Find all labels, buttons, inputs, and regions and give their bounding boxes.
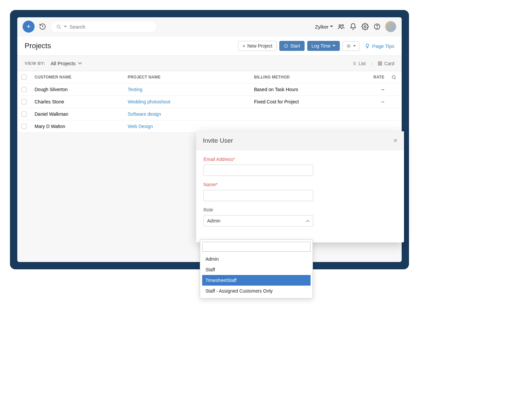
cell-billing: Based on Task Hours (254, 87, 347, 92)
view-toggle: List | Card (352, 61, 394, 66)
table-header: CUSTOMER NAME PROJECT NAME BILLING METHO… (17, 71, 402, 83)
search-input[interactable] (69, 24, 151, 30)
table-row[interactable]: Dough SilvertonTestingBased on Task Hour… (17, 83, 402, 96)
col-rate[interactable]: RATE (347, 75, 387, 79)
search-icon (56, 24, 61, 29)
cell-project-link[interactable]: Web Design (128, 124, 254, 129)
global-add-button[interactable]: + (23, 21, 35, 33)
cell-customer: Daniel Walkman (35, 111, 128, 117)
modal-header: Invite User × (196, 131, 404, 150)
svg-point-4 (364, 26, 366, 28)
svg-rect-18 (380, 64, 382, 65)
svg-line-1 (60, 28, 61, 29)
chevron-down-icon (330, 26, 333, 28)
role-dropdown-search[interactable] (202, 242, 311, 252)
viewbar: VIEW BY: All Projects List | Card (17, 56, 402, 71)
start-label: Start (290, 43, 300, 49)
view-card-label: Card (384, 61, 394, 66)
name-field[interactable] (203, 190, 313, 201)
view-card-button[interactable]: Card (378, 61, 394, 66)
role-option[interactable]: Admin (202, 254, 311, 264)
chevron-up-icon (306, 220, 310, 222)
row-checkbox[interactable] (21, 124, 27, 129)
page-title: Projects (25, 42, 51, 50)
new-project-button[interactable]: + New Project (238, 41, 277, 51)
cell-billing: Fixed Cost for Project (254, 99, 347, 104)
role-label: Role (203, 207, 397, 212)
log-time-button[interactable]: Log Time (307, 41, 340, 51)
divider: | (371, 61, 372, 66)
row-checkbox[interactable] (21, 87, 27, 92)
org-name-label: Zylker (315, 24, 329, 30)
cell-project-link[interactable]: Wedding photoshoot (128, 99, 254, 104)
clock-icon (284, 44, 288, 48)
table-row[interactable]: Mary D WaltonWeb Design (17, 120, 402, 133)
table-row[interactable]: Charles StoneWedding photoshootFixed Cos… (17, 96, 402, 108)
projects-table: CUSTOMER NAME PROJECT NAME BILLING METHO… (17, 71, 402, 133)
view-list-button[interactable]: List (352, 61, 366, 66)
page-header: Projects + New Project Start Log Time (17, 36, 402, 56)
role-option[interactable]: Staff (202, 264, 311, 275)
new-project-label: New Project (247, 43, 272, 49)
table-search-button[interactable] (387, 75, 400, 80)
role-option[interactable]: Staff - Assigned Customers Only (202, 286, 311, 296)
cell-customer: Charles Stone (35, 99, 128, 104)
gear-icon[interactable] (361, 23, 369, 31)
search-icon (391, 75, 396, 80)
bulb-icon (365, 43, 370, 49)
view-list-label: List (358, 61, 366, 66)
chevron-down-icon[interactable] (64, 25, 67, 28)
svg-point-3 (342, 25, 343, 26)
name-label: Name* (203, 182, 397, 187)
help-icon[interactable] (373, 23, 381, 31)
cell-customer: Dough Silverton (35, 87, 128, 92)
users-icon[interactable] (337, 23, 345, 31)
viewby-label: VIEW BY: (25, 61, 45, 66)
svg-point-2 (339, 25, 341, 27)
bell-icon[interactable] (349, 23, 357, 31)
cell-rate: -- (347, 87, 387, 92)
svg-point-19 (392, 75, 395, 78)
row-checkbox[interactable] (21, 111, 27, 117)
invite-user-modal: Invite User × Email Address* Name* Role … (196, 131, 404, 242)
chevron-down-icon (353, 45, 356, 47)
start-button[interactable]: Start (279, 41, 305, 51)
viewby-filter[interactable]: All Projects (51, 61, 82, 66)
svg-point-6 (377, 28, 377, 28)
recent-icon[interactable] (39, 23, 47, 31)
avatar[interactable] (385, 21, 396, 32)
select-all-checkbox[interactable] (21, 74, 27, 80)
col-billing[interactable]: BILLING METHOD (254, 75, 347, 79)
viewby-filter-label: All Projects (51, 61, 75, 66)
role-option[interactable]: TimesheetStaff (202, 275, 311, 286)
org-switcher[interactable]: Zylker (315, 24, 333, 30)
grid-icon (378, 61, 382, 66)
plus-icon: + (242, 43, 245, 49)
svg-point-0 (57, 25, 60, 28)
cell-rate: -- (347, 99, 387, 104)
email-field[interactable] (203, 165, 313, 176)
page-tips-link[interactable]: Page Tips (365, 43, 394, 49)
role-select[interactable]: Admin (203, 215, 313, 226)
page-tips-label: Page Tips (372, 43, 394, 49)
svg-rect-15 (378, 62, 379, 63)
col-project[interactable]: PROJECT NAME (128, 75, 254, 79)
settings-dropdown-button[interactable] (342, 41, 359, 51)
row-checkbox[interactable] (21, 99, 27, 104)
modal-body: Email Address* Name* Role Admin (196, 150, 404, 242)
chevron-down-icon (78, 62, 82, 65)
col-customer[interactable]: CUSTOMER NAME (35, 75, 128, 79)
svg-rect-16 (380, 62, 382, 63)
svg-line-20 (395, 78, 396, 79)
global-search[interactable] (51, 21, 157, 33)
table-row[interactable]: Daniel WalkmanSoftware design (17, 108, 402, 120)
cell-project-link[interactable]: Software design (128, 111, 254, 117)
topbar: + Zylker (17, 17, 402, 36)
log-time-label: Log Time (312, 43, 331, 49)
modal-title: Invite User (203, 137, 233, 144)
email-label: Email Address* (203, 157, 397, 162)
cell-customer: Mary D Walton (35, 124, 128, 129)
chevron-down-icon (332, 45, 335, 47)
cell-project-link[interactable]: Testing (128, 87, 254, 92)
close-icon[interactable]: × (393, 137, 397, 144)
